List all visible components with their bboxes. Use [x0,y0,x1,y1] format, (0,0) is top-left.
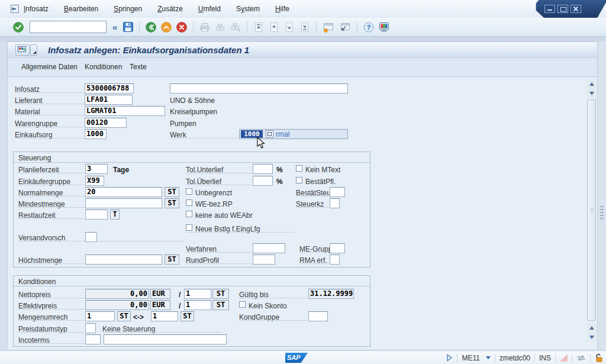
rma-erf-field[interactable] [330,255,340,265]
checkbox-kein-skonto[interactable] [239,301,246,308]
planlieferzeit-field[interactable]: 3 [85,164,108,174]
tol-unterlief-field[interactable] [253,164,273,174]
incoterms-field-2[interactable] [104,334,227,344]
menu-bearbeiten[interactable]: Bearbeiten [64,5,98,13]
help-icon[interactable]: ? [363,21,375,33]
create-shortcut-icon[interactable] [339,21,352,33]
exit-icon[interactable] [160,21,172,33]
close-button[interactable] [570,5,581,13]
menu-hilfe[interactable]: Hilfe [275,5,289,13]
material-field[interactable]: LGMAT01 [85,106,165,116]
lock-icon[interactable] [595,353,603,362]
button-konditionen[interactable]: Konditionen [85,63,122,71]
label-bestaetpfl: BestätPfl. [305,178,336,186]
scroll-up-icon[interactable] [586,79,597,88]
scroll-page-up-icon[interactable] [586,323,597,332]
gueltig-bis-field[interactable]: 31.12.9999 [308,289,354,299]
lieferant-field[interactable]: LFA01 [85,95,133,105]
checkbox-we-bez-rp[interactable] [186,199,192,206]
title-menu-arrow-icon[interactable] [30,44,37,56]
menu-umfeld[interactable]: Umfeld [198,5,221,13]
werk-field[interactable]: 1000 rmal [239,129,348,139]
back-icon[interactable] [145,21,157,33]
field-leader [299,252,328,253]
group-title-konditionen: Konditionen [18,278,56,286]
insert-mode[interactable]: INS [539,354,551,362]
normalmenge-field[interactable]: 20 [85,187,162,197]
hoechstmenge-field[interactable] [85,255,162,265]
layout-menu-icon[interactable] [378,21,390,33]
bestaetsteu-field[interactable] [330,187,345,197]
button-allgemeine-daten[interactable]: Allgemeine Daten [21,63,78,71]
transaction-dropdown-icon[interactable] [486,356,491,359]
find-next-icon[interactable] [230,21,241,33]
effektivpreis-per-field[interactable]: 1 [184,300,211,310]
transaction-code[interactable]: ME11 [462,354,479,362]
last-page-icon[interactable] [299,21,311,33]
steuerkz-field[interactable] [330,198,340,208]
menu-infosatz[interactable]: Infosatz [24,5,49,13]
new-session-icon[interactable] [322,21,335,33]
field-leader [186,173,252,173]
effektivpreis-currency: EUR [150,300,170,310]
menu-zusaetze[interactable]: Zusätze [157,5,183,13]
scroll-page-down-icon[interactable] [586,333,597,342]
warengruppe-field[interactable]: 00120 [85,118,127,128]
verfahren-field[interactable] [253,243,285,253]
versandvorsch-field[interactable] [85,232,97,242]
checkbox-unbegrenzt[interactable] [186,188,192,195]
field-leader [15,104,84,104]
normalmenge-unit: ST [165,187,179,197]
infosatz-text-field[interactable] [170,83,348,94]
preisdatumstyp-field[interactable] [85,323,96,333]
menu-springen[interactable]: Springen [114,5,142,13]
previous-page-icon[interactable] [268,21,280,33]
minimize-button[interactable] [544,5,555,13]
effektivpreis-field[interactable]: 0,00 [85,300,149,310]
collapse-toolbar-icon[interactable]: « [112,22,117,32]
command-input[interactable] [30,21,107,33]
sap-logo: SAP [285,353,308,363]
enter-icon[interactable] [12,21,24,33]
checkbox-neue-bstlg[interactable] [186,224,192,231]
me-gruppe-field[interactable] [330,243,345,253]
infosatz-field[interactable]: 5300006788 [85,83,134,94]
scrollbar-thumb[interactable] [587,99,596,321]
splitter-grip[interactable] [600,206,604,219]
kondgruppe-field[interactable] [308,311,328,321]
status-expand-icon[interactable] [446,354,453,362]
checkbox-bestaetpfl[interactable] [296,177,302,183]
field-leader [18,298,85,298]
tol-ueberlief-field[interactable] [253,176,273,186]
nettopreis-per-field[interactable]: 1 [184,289,211,299]
performance-icon[interactable] [560,354,568,362]
data-transfer-icon[interactable] [576,355,586,362]
matchcode-icon[interactable] [266,130,273,138]
restlaufzeit-field[interactable] [85,210,108,220]
checkbox-keine-auto-weabr[interactable] [186,211,192,217]
mengenumrech-unit-2: ST [180,311,194,321]
session-icon[interactable] [11,5,19,13]
save-icon[interactable] [123,21,134,33]
mengenumrech-field-2[interactable]: 1 [151,311,178,321]
cancel-icon[interactable] [176,21,188,33]
menu-system[interactable]: System [236,5,260,13]
mengenumrech-field-1[interactable]: 1 [85,311,115,321]
incoterms-field-1[interactable] [85,334,101,344]
system-id: zmetdc00 [499,354,530,362]
gui-services-icon[interactable] [15,44,30,56]
button-texte[interactable]: Texte [130,63,147,71]
first-page-icon[interactable] [253,21,265,33]
checkbox-kein-mtext[interactable] [296,165,302,172]
find-icon[interactable] [214,21,226,33]
scroll-down-icon[interactable] [586,89,597,98]
einkaeufergruppe-field[interactable]: X99 [85,176,104,186]
print-icon[interactable] [199,21,211,33]
nettopreis-field[interactable]: 0,00 [85,289,149,299]
mindestmenge-field[interactable] [85,198,162,208]
einkaufsorg-field[interactable]: 1000 [85,129,107,139]
mengenumrech-unit-1: ST [117,311,131,321]
rundprofil-field[interactable] [253,255,275,265]
next-page-icon[interactable] [283,21,295,33]
maximize-button[interactable] [557,5,568,13]
